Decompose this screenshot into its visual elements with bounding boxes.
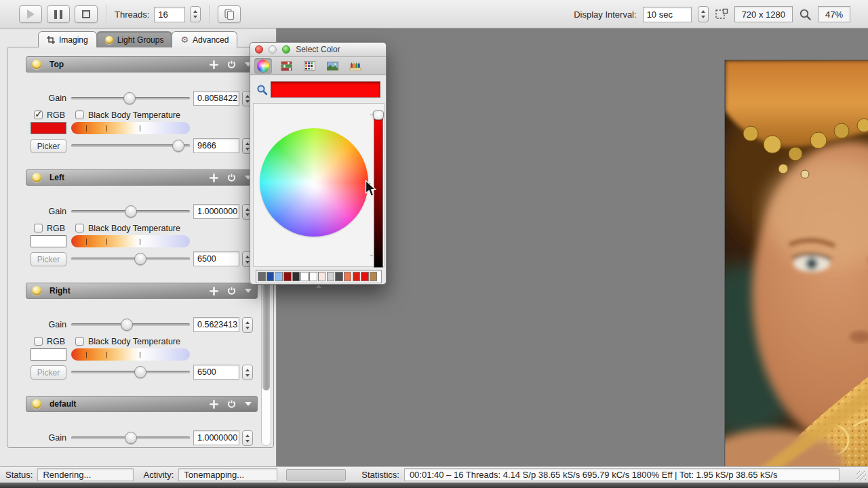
zoom-window-icon[interactable] bbox=[282, 45, 290, 54]
tab-light-groups[interactable]: Light Groups bbox=[96, 31, 173, 47]
dialog-titlebar[interactable]: Select Color bbox=[250, 43, 386, 57]
group-header[interactable]: Top bbox=[26, 56, 258, 73]
power-icon[interactable] bbox=[227, 174, 236, 182]
play-button[interactable] bbox=[19, 5, 42, 23]
color-swatch[interactable] bbox=[361, 272, 369, 281]
tray-resize-handle[interactable] bbox=[316, 285, 321, 288]
picker-button[interactable]: Picker bbox=[31, 139, 66, 153]
color-swatch[interactable] bbox=[283, 272, 292, 281]
color-loupe-button[interactable] bbox=[255, 83, 269, 96]
black-body-checkbox[interactable] bbox=[75, 224, 84, 232]
gain-value[interactable]: 1.0000000 bbox=[193, 430, 239, 445]
tab-advanced[interactable]: ⚙ Advanced bbox=[172, 31, 237, 47]
picker-button[interactable]: Picker bbox=[31, 252, 66, 266]
black-body-gradient bbox=[71, 122, 190, 134]
color-palettes-mode-button[interactable] bbox=[300, 58, 318, 74]
pause-icon bbox=[54, 10, 62, 19]
zoom-magnifier-icon[interactable] bbox=[799, 8, 812, 21]
activity-progress-bar bbox=[286, 469, 346, 481]
gain-slider[interactable] bbox=[71, 203, 190, 220]
rgb-label: RGB bbox=[47, 224, 65, 233]
color-wheel-mode-button[interactable] bbox=[254, 58, 272, 74]
color-swatch[interactable] bbox=[300, 272, 309, 281]
group-color-swatch[interactable] bbox=[31, 348, 66, 361]
group-header[interactable]: default bbox=[26, 396, 258, 412]
window-resize-grip[interactable] bbox=[856, 471, 866, 481]
temperature-value[interactable]: 6500 bbox=[193, 365, 239, 380]
temperature-slider[interactable] bbox=[71, 364, 190, 380]
group-header[interactable]: Left bbox=[26, 169, 258, 186]
power-icon[interactable] bbox=[227, 400, 236, 409]
color-sliders-mode-button[interactable] bbox=[277, 58, 295, 74]
gain-slider[interactable] bbox=[71, 90, 190, 106]
threads-stepper[interactable] bbox=[190, 6, 201, 22]
gain-slider[interactable] bbox=[71, 430, 190, 446]
brightness-slider-thumb[interactable] bbox=[373, 110, 384, 120]
minimize-icon[interactable] bbox=[269, 45, 277, 54]
tab-label: Advanced bbox=[193, 35, 229, 45]
gain-value[interactable]: 0.5623413 bbox=[193, 317, 239, 332]
add-group-icon[interactable] bbox=[210, 60, 218, 69]
color-swatch[interactable] bbox=[318, 272, 326, 281]
color-swatch[interactable] bbox=[267, 272, 275, 281]
light-group-default: default Gain 1.0000000 bbox=[26, 396, 258, 447]
display-interval-stepper[interactable] bbox=[698, 6, 709, 22]
rgb-checkbox[interactable] bbox=[34, 337, 43, 346]
swatch-tray bbox=[256, 270, 382, 283]
group-color-swatch[interactable] bbox=[31, 235, 66, 247]
image-palettes-mode-button[interactable] bbox=[323, 58, 341, 74]
light-group-right: Right Gain 0.5623413 RGB Black Body Temp… bbox=[26, 283, 258, 384]
gain-slider[interactable] bbox=[71, 317, 190, 333]
black-body-checkbox[interactable] bbox=[75, 337, 84, 346]
zoom-percent-display[interactable]: 47% bbox=[818, 6, 850, 22]
select-color-dialog: Select Color bbox=[250, 42, 387, 285]
close-icon[interactable] bbox=[255, 45, 263, 54]
temperature-value[interactable]: 6500 bbox=[193, 251, 239, 266]
temperature-slider[interactable] bbox=[71, 251, 190, 267]
power-icon[interactable] bbox=[227, 60, 236, 69]
color-swatch[interactable] bbox=[353, 272, 361, 281]
image-icon bbox=[327, 62, 338, 70]
black-body-checkbox[interactable] bbox=[75, 110, 84, 119]
gain-value[interactable]: 1.0000000 bbox=[193, 204, 239, 219]
gain-stepper[interactable] bbox=[242, 430, 253, 446]
group-color-swatch[interactable] bbox=[31, 122, 66, 134]
add-group-icon[interactable] bbox=[210, 287, 218, 296]
display-interval-input[interactable] bbox=[643, 7, 692, 22]
color-swatch[interactable] bbox=[344, 272, 352, 281]
color-wheel[interactable] bbox=[260, 128, 368, 237]
picker-button[interactable]: Picker bbox=[31, 365, 66, 380]
tab-label: Light Groups bbox=[117, 35, 164, 45]
group-header[interactable]: Right bbox=[26, 283, 258, 299]
color-swatch[interactable] bbox=[275, 272, 283, 281]
color-swatch[interactable] bbox=[309, 272, 317, 281]
gain-value[interactable]: 0.8058422 bbox=[193, 91, 239, 106]
copy-button[interactable] bbox=[218, 5, 241, 23]
rgb-checkbox[interactable] bbox=[34, 110, 43, 119]
crayons-mode-button[interactable] bbox=[347, 58, 364, 74]
rgb-checkbox[interactable] bbox=[34, 224, 43, 232]
temperature-slider[interactable] bbox=[71, 138, 190, 154]
rgb-label: RGB bbox=[47, 110, 65, 120]
temperature-value[interactable]: 9666 bbox=[193, 138, 239, 153]
temperature-stepper[interactable] bbox=[242, 365, 253, 380]
threads-label: Threads: bbox=[115, 9, 149, 20]
chevron-down-icon[interactable] bbox=[245, 402, 252, 406]
add-group-icon[interactable] bbox=[210, 400, 218, 409]
pause-button[interactable] bbox=[47, 5, 70, 23]
chevron-down-icon[interactable] bbox=[245, 289, 252, 293]
tab-imaging[interactable]: Imaging bbox=[38, 31, 97, 47]
color-swatch[interactable] bbox=[370, 272, 378, 281]
power-icon[interactable] bbox=[227, 287, 236, 296]
region-select-icon[interactable] bbox=[715, 8, 728, 20]
add-group-icon[interactable] bbox=[210, 174, 218, 182]
group-name: Right bbox=[50, 286, 71, 296]
color-swatch[interactable] bbox=[258, 272, 266, 281]
color-swatch[interactable] bbox=[335, 272, 343, 281]
color-swatch[interactable] bbox=[292, 272, 300, 281]
stop-button[interactable] bbox=[75, 5, 98, 23]
gain-stepper[interactable] bbox=[242, 317, 253, 333]
threads-input[interactable] bbox=[154, 7, 185, 22]
color-swatch[interactable] bbox=[327, 272, 335, 281]
resolution-display[interactable]: 488 x 868 bbox=[734, 6, 793, 22]
